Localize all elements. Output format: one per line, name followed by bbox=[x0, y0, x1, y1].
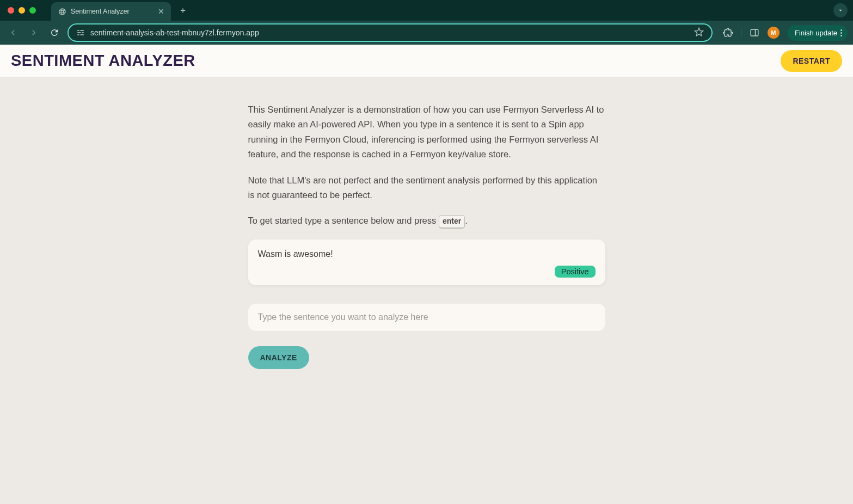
toolbar-divider bbox=[741, 27, 741, 38]
svg-rect-0 bbox=[77, 30, 79, 30]
intro-paragraph-2: Note that LLM's are not perfect and the … bbox=[248, 173, 605, 203]
intro-paragraph-3: To get started type a sentence below and… bbox=[248, 213, 605, 229]
svg-rect-3 bbox=[82, 32, 84, 33]
extensions-icon[interactable] bbox=[722, 27, 733, 38]
window-maximize-button[interactable] bbox=[29, 7, 36, 14]
svg-rect-1 bbox=[80, 30, 84, 30]
toolbar-right: M Finish update bbox=[722, 25, 848, 41]
svg-rect-6 bbox=[751, 29, 758, 36]
svg-rect-4 bbox=[77, 34, 79, 35]
back-button[interactable] bbox=[5, 25, 21, 40]
bookmark-star-icon[interactable] bbox=[694, 27, 704, 39]
reload-button[interactable] bbox=[47, 25, 62, 40]
result-card: Wasm is awesome! Positive bbox=[248, 239, 605, 285]
globe-icon bbox=[58, 7, 66, 16]
sidepanel-icon[interactable] bbox=[749, 27, 760, 38]
site-controls-icon[interactable] bbox=[76, 28, 85, 37]
browser-toolbar: sentiment-analysis-ab-test-mbnuy7zl.ferm… bbox=[0, 21, 853, 45]
input-row bbox=[248, 304, 605, 331]
url-bar[interactable]: sentiment-analysis-ab-test-mbnuy7zl.ferm… bbox=[67, 23, 713, 42]
intro-paragraph-1: This Sentiment Analyzer is a demonstrati… bbox=[248, 102, 605, 162]
window-controls bbox=[8, 7, 36, 14]
browser-tab[interactable]: Sentiment Analyzer ✕ bbox=[51, 2, 171, 21]
new-tab-button[interactable]: ＋ bbox=[179, 5, 187, 16]
tabs-dropdown-button[interactable] bbox=[833, 3, 848, 17]
sentiment-badge: Positive bbox=[555, 266, 596, 278]
profile-avatar[interactable]: M bbox=[768, 27, 780, 39]
main-content: This Sentiment Analyzer is a demonstrati… bbox=[248, 77, 605, 394]
intro-p3-prefix: To get started type a sentence below and… bbox=[248, 216, 439, 225]
sentence-input[interactable] bbox=[248, 304, 605, 331]
app-viewport: SENTIMENT ANALYZER RESTART This Sentimen… bbox=[0, 45, 853, 504]
window-close-button[interactable] bbox=[8, 7, 14, 14]
tab-strip: Sentiment Analyzer ✕ ＋ bbox=[0, 0, 853, 21]
page-title: SENTIMENT ANALYZER bbox=[11, 52, 195, 70]
finish-update-button[interactable]: Finish update bbox=[787, 25, 848, 41]
enter-key-hint: enter bbox=[439, 215, 465, 229]
avatar-initial: M bbox=[771, 29, 776, 36]
result-text: Wasm is awesome! bbox=[258, 249, 596, 259]
svg-rect-2 bbox=[77, 32, 81, 33]
analyze-button[interactable]: ANALYZE bbox=[248, 346, 309, 369]
app-header: SENTIMENT ANALYZER RESTART bbox=[0, 45, 853, 77]
kebab-icon bbox=[840, 29, 842, 36]
url-text: sentiment-analysis-ab-test-mbnuy7zl.ferm… bbox=[90, 28, 689, 37]
svg-rect-5 bbox=[80, 34, 84, 35]
tab-close-button[interactable]: ✕ bbox=[158, 8, 164, 15]
intro-p3-suffix: . bbox=[465, 216, 468, 225]
tab-title: Sentiment Analyzer bbox=[71, 8, 130, 15]
window-minimize-button[interactable] bbox=[19, 7, 25, 14]
restart-button[interactable]: RESTART bbox=[781, 50, 842, 72]
result-footer: Positive bbox=[258, 266, 596, 278]
finish-update-label: Finish update bbox=[795, 29, 837, 37]
forward-button[interactable] bbox=[26, 25, 41, 40]
